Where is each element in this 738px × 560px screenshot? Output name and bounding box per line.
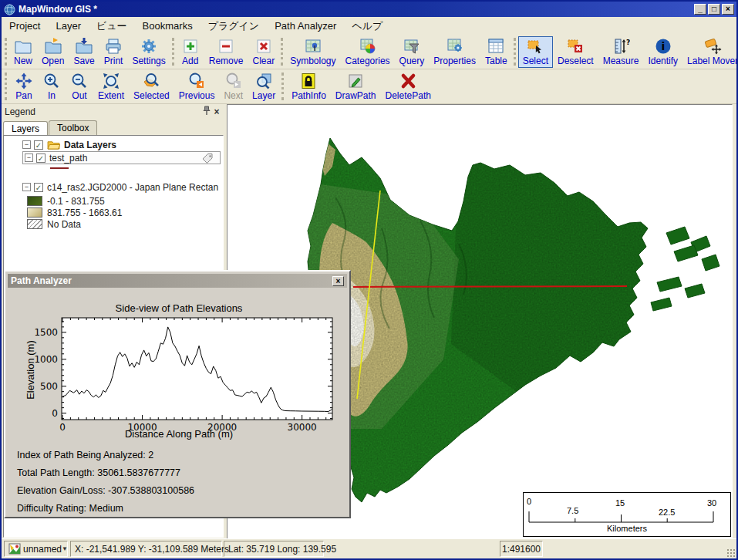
select-icon [526,37,544,56]
toolbar-grip[interactable] [5,38,7,66]
class-swatch-nodata [27,219,42,229]
menu-plugins[interactable]: プラグイン [201,17,268,35]
toolbar-grip[interactable] [281,38,283,66]
new-button[interactable]: New [9,36,37,68]
zoom-selected-button[interactable]: Selected [129,71,174,103]
toolbar-grip[interactable] [281,73,285,100]
categories-icon [359,37,377,56]
raster-label: c14_ras2.JGD2000 - Japan Plane Rectan [47,182,218,193]
print-button[interactable]: Print [99,36,128,68]
zoom-layer-button[interactable]: Layer [248,71,280,103]
raster-checkbox[interactable]: ✓ [34,183,43,192]
remove-layer-button[interactable]: Remove [204,36,248,68]
test-path-checkbox[interactable]: ✓ [36,153,45,163]
tab-layers[interactable]: Layers [3,121,48,136]
svg-text:i: i [661,40,665,52]
menu-path-analyzer[interactable]: Path Analyzer [267,18,344,34]
symbology-button[interactable]: Symbology [285,36,340,68]
close-button[interactable]: × [722,4,734,15]
dialog-title-bar[interactable]: Path Analyzer × [8,274,347,288]
toolbar-main: New Open Save Print Settings Add Remove … [2,35,736,69]
chevron-down-icon[interactable]: ▼ [62,545,68,552]
save-button[interactable]: Save [69,36,99,68]
maximize-button[interactable]: □ [708,4,720,15]
class-swatch-green [27,196,42,206]
deselect-button[interactable]: Deselect [553,36,598,68]
zoom-out-button[interactable]: Out [66,71,93,103]
legend-group-data-layers[interactable]: − ✓ Data Layers [22,138,220,151]
zoom-extent-icon [102,72,120,90]
settings-button[interactable]: Settings [127,36,170,68]
dialog-close-icon[interactable]: × [332,276,344,286]
path-analyzer-dialog[interactable]: Path Analyzer × Side-view of Path Elevat… [4,270,351,518]
menu-bookmarks[interactable]: Bookmarks [135,18,201,34]
project-name: unnamed [23,544,62,555]
gear-icon [140,37,158,56]
data-layers-checkbox[interactable]: ✓ [34,140,43,150]
delete-path-icon [399,72,417,90]
zoom-previous-button[interactable]: Previous [174,71,220,103]
categories-button[interactable]: Categories [341,36,395,68]
clear-layers-button[interactable]: Clear [248,36,279,68]
class-label: -0.1 - 831.755 [47,196,105,207]
pin-icon[interactable] [202,106,211,118]
map-scale-value: 1:491600 [502,544,541,555]
menu-layer[interactable]: Layer [48,18,89,34]
legend-item-test-path[interactable]: − ✓ test_path [22,151,221,164]
properties-icon [446,37,464,56]
toolbar-grip[interactable] [172,38,174,66]
toolbar-grip[interactable] [514,38,516,66]
properties-button[interactable]: Properties [429,36,480,68]
coordinates-value: X: -21,541.989 Y: -31,109.589 Meters [75,544,229,555]
scale-bar: 0 7.5 15 22.5 30 Kilometers [523,492,731,537]
svg-text:500: 500 [40,381,58,392]
clear-icon [254,37,273,56]
dialog-title: Path Analyzer [11,275,72,286]
resize-grip[interactable] [726,548,735,557]
chart-y-axis-label: Elevation (m) [25,320,36,420]
menu-view[interactable]: ビュー [89,17,135,35]
svg-text:0: 0 [52,408,58,419]
zoom-in-button[interactable]: In [38,71,66,103]
deselect-icon [566,37,585,56]
path-info-button[interactable]: PathInfo [287,71,331,103]
collapse-icon[interactable]: − [22,183,31,191]
add-layer-button[interactable]: Add [177,36,204,68]
collapse-icon[interactable]: − [22,140,31,149]
open-folder-icon [44,37,62,56]
project-selector[interactable]: unnamed ▼ [4,541,68,557]
menu-help[interactable]: ヘルプ [344,17,390,35]
title-bar[interactable]: MapWindow GIS * _ □ × [2,2,736,17]
minimize-button[interactable]: _ [694,4,706,15]
svg-text:?: ? [626,39,630,46]
measure-button[interactable]: ? Measure [598,36,644,68]
open-button[interactable]: Open [37,36,69,68]
collapse-icon[interactable]: − [25,153,33,162]
remove-icon [217,37,235,56]
tab-toolbox[interactable]: Toolbox [49,120,97,135]
legend-item-raster[interactable]: − ✓ c14_ras2.JGD2000 - Japan Plane Recta… [22,180,220,194]
zoom-next-button[interactable]: Next [219,71,248,103]
scale-unit: Kilometers [524,524,730,533]
save-icon [75,37,93,56]
select-button[interactable]: Select [518,36,553,68]
query-button[interactable]: Query [395,36,430,68]
table-button[interactable]: Table [480,36,512,68]
legend-close-icon[interactable]: × [211,106,222,117]
analyzed-path-line [353,286,627,287]
toolbar-grip[interactable] [5,73,8,100]
zoom-next-icon [224,72,243,90]
latlong-value: Lat: 35.719 Long: 139.595 [228,544,336,555]
measure-ruler-icon: ? [612,37,630,56]
zoom-extent-button[interactable]: Extent [93,71,129,103]
pan-button[interactable]: Pan [10,71,38,103]
label-mover-button[interactable]: Label Mover [682,36,738,68]
latlong-panel: Lat: 35.719 Long: 139.595 [224,541,324,557]
tag-icon[interactable] [202,153,214,164]
draw-path-button[interactable]: DrawPath [331,71,381,103]
pan-arrows-icon [15,72,33,90]
folder-icon [47,140,60,150]
identify-button[interactable]: i Identify [643,36,682,68]
delete-path-button[interactable]: DeletePath [381,71,436,103]
menu-project[interactable]: Project [2,18,48,34]
